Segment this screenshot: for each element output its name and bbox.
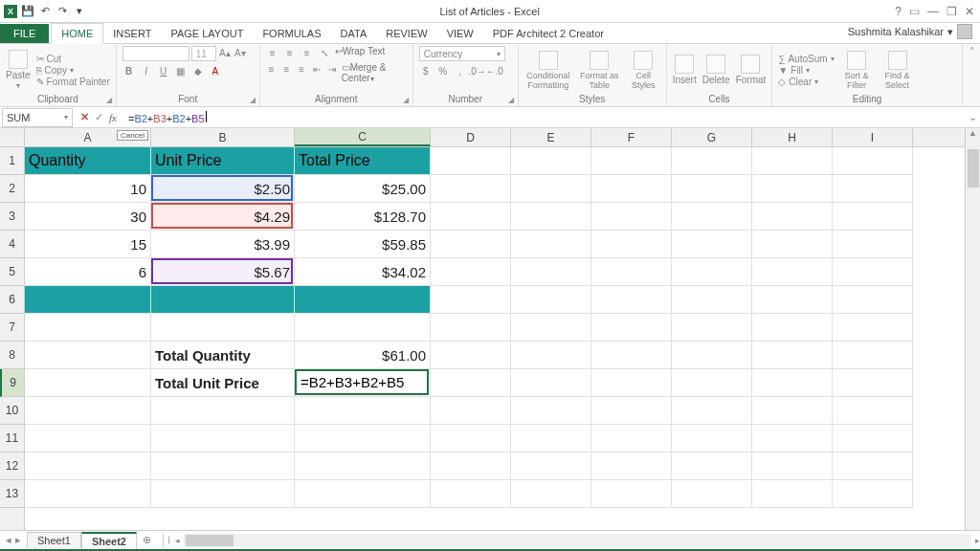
tab-insert[interactable]: INSERT [103, 24, 161, 43]
cell[interactable]: 30 [25, 203, 151, 231]
row-header[interactable]: 13 [0, 480, 24, 508]
cell[interactable] [511, 342, 591, 369]
copy-button[interactable]: ⎘Copy▾ [36, 65, 110, 76]
cell[interactable] [672, 286, 752, 314]
cell[interactable] [511, 314, 591, 342]
increase-indent-icon[interactable]: ⇥ [326, 62, 338, 76]
sheet-tab[interactable]: Sheet2 [81, 532, 137, 549]
row-header[interactable]: 6 [0, 286, 24, 314]
fill-button[interactable]: ▼Fill▾ [778, 65, 834, 76]
col-header[interactable]: G [672, 128, 752, 146]
cell[interactable] [431, 425, 511, 452]
cut-button[interactable]: ✂Cut [36, 54, 110, 64]
sheet-nav-prev-icon[interactable]: ◂ [6, 534, 11, 546]
collapse-ribbon-icon[interactable]: ˄ [963, 44, 980, 106]
cell[interactable] [672, 452, 752, 480]
tab-review[interactable]: REVIEW [376, 24, 436, 43]
cell[interactable] [151, 480, 295, 508]
account-area[interactable]: Sushmita Kalashikar ▾ [840, 20, 980, 43]
minimize-icon[interactable]: — [927, 5, 939, 18]
cell[interactable] [833, 397, 913, 425]
cell[interactable] [833, 203, 913, 231]
cell[interactable] [151, 286, 295, 314]
cell[interactable]: 10 [25, 175, 151, 203]
increase-font-icon[interactable]: A▴ [218, 46, 232, 59]
cell[interactable] [591, 175, 672, 203]
row-header[interactable]: 7 [0, 314, 24, 342]
cell[interactable]: $34.02 [295, 258, 431, 286]
cell[interactable] [833, 231, 913, 258]
bold-button[interactable]: B [122, 64, 136, 77]
cell[interactable] [151, 314, 295, 342]
cell[interactable]: Total Quantity [151, 342, 295, 369]
cell[interactable] [295, 286, 431, 314]
dialog-launcher-icon[interactable]: ◢ [403, 96, 409, 104]
fill-color-button[interactable]: ◆ [191, 64, 205, 77]
cell[interactable]: $128.70 [295, 203, 431, 231]
cell[interactable] [591, 397, 672, 425]
cell[interactable] [431, 480, 511, 508]
merge-center-button[interactable]: ▭Merge & Center▾ [342, 62, 407, 83]
cell[interactable] [672, 397, 752, 425]
cell[interactable] [151, 452, 295, 480]
cell[interactable] [25, 314, 151, 342]
scroll-thumb[interactable] [186, 535, 234, 546]
find-select-button[interactable]: Find & Select [880, 51, 916, 90]
cell[interactable] [672, 342, 752, 369]
cell[interactable] [511, 203, 591, 231]
cell[interactable] [752, 231, 833, 258]
cell[interactable] [752, 342, 833, 369]
hscroll-right-icon[interactable]: ▸ [975, 536, 980, 545]
cell[interactable] [833, 480, 913, 508]
cell[interactable] [672, 425, 752, 452]
cell[interactable] [431, 397, 511, 425]
cell[interactable]: $61.00 [295, 342, 431, 369]
cell[interactable] [672, 480, 752, 508]
align-middle-icon[interactable]: ≡ [283, 46, 297, 59]
align-right-icon[interactable]: ≡ [296, 62, 307, 76]
col-header[interactable]: C [295, 128, 431, 146]
underline-button[interactable]: U [157, 64, 170, 77]
insert-cells-button[interactable]: Insert [673, 55, 697, 85]
row-header[interactable]: 11 [0, 425, 24, 452]
cell[interactable]: $3.99 [151, 231, 295, 258]
cell[interactable] [591, 203, 672, 231]
cell[interactable] [833, 286, 913, 314]
active-cell-editor[interactable]: =B2+B3+B2+B5 [295, 369, 429, 395]
row-header[interactable]: 4 [0, 231, 24, 258]
tab-data[interactable]: DATA [331, 24, 377, 43]
cell[interactable] [752, 314, 833, 342]
cell[interactable] [511, 369, 591, 397]
border-button[interactable]: ▦ [174, 64, 188, 77]
align-left-icon[interactable]: ≡ [266, 62, 278, 76]
italic-button[interactable]: I [140, 64, 153, 77]
cell-styles-button[interactable]: Cell Styles [627, 51, 660, 90]
new-sheet-icon[interactable]: ⊕ [137, 534, 157, 546]
cell[interactable] [591, 480, 672, 508]
delete-cells-button[interactable]: Delete [702, 55, 730, 85]
cell[interactable] [431, 314, 511, 342]
cell[interactable] [511, 175, 591, 203]
orientation-icon[interactable]: ⤡ [318, 46, 331, 59]
cell[interactable] [591, 342, 672, 369]
cell[interactable] [511, 452, 591, 480]
cell[interactable] [752, 203, 833, 231]
horizontal-scrollbar[interactable] [184, 534, 971, 547]
cell[interactable] [752, 480, 833, 508]
cell[interactable]: $2.50 [151, 175, 295, 203]
sheet-tab[interactable]: Sheet1 [27, 532, 81, 548]
cell[interactable] [833, 175, 913, 203]
comma-format-icon[interactable]: , [454, 64, 467, 77]
format-painter-button[interactable]: ✎Format Painter [36, 77, 110, 87]
cell[interactable] [833, 425, 913, 452]
cell[interactable] [672, 258, 752, 286]
cell[interactable]: $4.29 [151, 203, 295, 231]
col-header[interactable]: F [591, 128, 672, 146]
cell[interactable] [25, 480, 151, 508]
col-header[interactable]: ACancel [25, 128, 151, 146]
cell[interactable] [511, 258, 591, 286]
cell[interactable] [295, 480, 431, 508]
cell[interactable]: $5.67 [151, 258, 295, 286]
font-name-combo[interactable] [122, 46, 189, 61]
cell[interactable] [833, 342, 913, 369]
